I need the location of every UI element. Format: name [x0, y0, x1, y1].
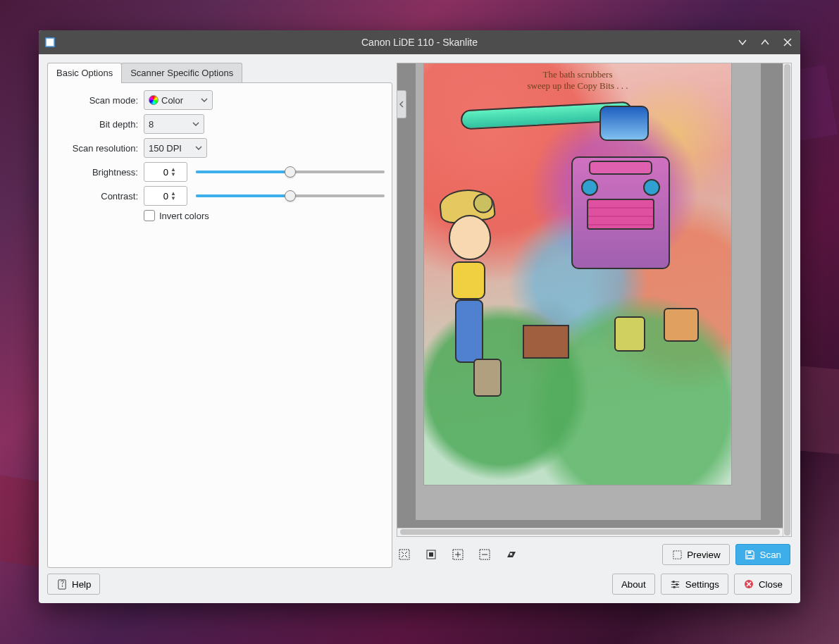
scan-mode-value: Color [161, 95, 183, 106]
scan-mode-label: Scan mode: [55, 95, 138, 106]
svg-rect-14 [673, 586, 676, 588]
zoom-fit-icon[interactable] [398, 548, 411, 561]
window-title: Canon LiDE 110 - Skanlite [39, 37, 800, 48]
help-button-label: Help [72, 579, 91, 590]
app-window: Canon LiDE 110 - Skanlite Basic Options … [39, 30, 800, 603]
preview-icon [671, 549, 683, 560]
dialog-footer: Help About Settings [47, 574, 792, 595]
chevron-down-icon [195, 144, 202, 151]
minimize-button[interactable] [735, 35, 750, 49]
scan-button-label: Scan [760, 550, 781, 560]
brightness-slider[interactable] [196, 163, 385, 180]
maximize-button[interactable] [758, 35, 772, 49]
contrast-input[interactable] [149, 191, 168, 202]
scan-button[interactable]: Scan [735, 544, 790, 565]
svg-rect-2 [399, 550, 409, 559]
contrast-spinbox[interactable]: ▲▼ [144, 186, 187, 206]
brightness-spinbox[interactable]: ▲▼ [144, 162, 187, 182]
svg-rect-4 [429, 552, 433, 557]
invert-colors-checkbox[interactable] [144, 210, 155, 221]
artwork-text-line1: The bath scrubbers [543, 69, 613, 80]
help-icon [56, 578, 68, 590]
scan-mode-select[interactable]: Color [144, 90, 213, 110]
contrast-slider[interactable] [196, 187, 385, 204]
resolution-value: 150 DPI [149, 143, 182, 154]
settings-sliders-icon [670, 578, 681, 590]
svg-rect-1 [46, 39, 54, 46]
horizontal-scrollbar[interactable] [397, 528, 783, 536]
spin-arrows-icon[interactable]: ▲▼ [170, 191, 176, 201]
chevron-down-icon [201, 97, 208, 104]
tab-scanner-specific-options[interactable]: Scanner Specific Options [121, 63, 242, 83]
brightness-input[interactable] [149, 167, 168, 178]
settings-button-label: Settings [685, 579, 719, 590]
invert-colors-label: Invert colors [159, 211, 209, 221]
clear-selection-icon[interactable] [505, 548, 518, 561]
spin-arrows-icon[interactable]: ▲▼ [170, 167, 176, 177]
artwork-text-line2: sweep up the Copy Bits . . . [528, 80, 628, 91]
preview-button-label: Preview [687, 550, 720, 560]
svg-rect-13 [676, 583, 678, 586]
svg-rect-8 [747, 555, 753, 558]
help-button[interactable]: Help [47, 574, 100, 595]
options-panel: Basic Options Scanner Specific Options S… [47, 63, 392, 568]
bit-depth-select[interactable]: 8 [144, 114, 204, 134]
close-button[interactable]: Close [734, 574, 792, 595]
resolution-label: Scan resolution: [55, 143, 138, 154]
save-icon [745, 549, 756, 560]
close-icon [743, 578, 754, 590]
app-icon [44, 37, 56, 48]
close-button-label: Close [759, 579, 783, 590]
svg-rect-9 [748, 551, 752, 553]
about-button[interactable]: About [612, 574, 655, 595]
resolution-select[interactable]: 150 DPI [144, 138, 207, 158]
tab-basic-options[interactable]: Basic Options [47, 63, 122, 83]
chevron-down-icon [192, 120, 199, 128]
brightness-label: Brightness: [55, 167, 138, 178]
zoom-original-icon[interactable] [425, 548, 437, 561]
preview-viewport[interactable]: The bath scrubbers sweep up the Copy Bit… [397, 63, 792, 537]
scanned-page[interactable]: The bath scrubbers sweep up the Copy Bit… [424, 63, 731, 485]
bit-depth-value: 8 [149, 119, 154, 130]
title-bar[interactable]: Canon LiDE 110 - Skanlite [39, 30, 800, 54]
vertical-scrollbar[interactable] [783, 63, 791, 536]
zoom-in-icon[interactable] [452, 548, 464, 561]
close-window-button[interactable] [781, 35, 795, 49]
svg-point-11 [61, 586, 63, 587]
about-button-label: About [621, 579, 646, 590]
bit-depth-label: Bit depth: [55, 119, 138, 130]
preview-panel: The bath scrubbers sweep up the Copy Bit… [397, 63, 792, 568]
preview-button[interactable]: Preview [662, 544, 729, 565]
svg-rect-7 [673, 550, 681, 558]
svg-rect-12 [673, 581, 675, 583]
settings-button[interactable]: Settings [661, 574, 728, 595]
color-wheel-icon [149, 95, 159, 105]
scan-bed: The bath scrubbers sweep up the Copy Bit… [416, 63, 761, 520]
contrast-label: Contrast: [55, 191, 138, 202]
zoom-out-icon[interactable] [478, 548, 491, 561]
